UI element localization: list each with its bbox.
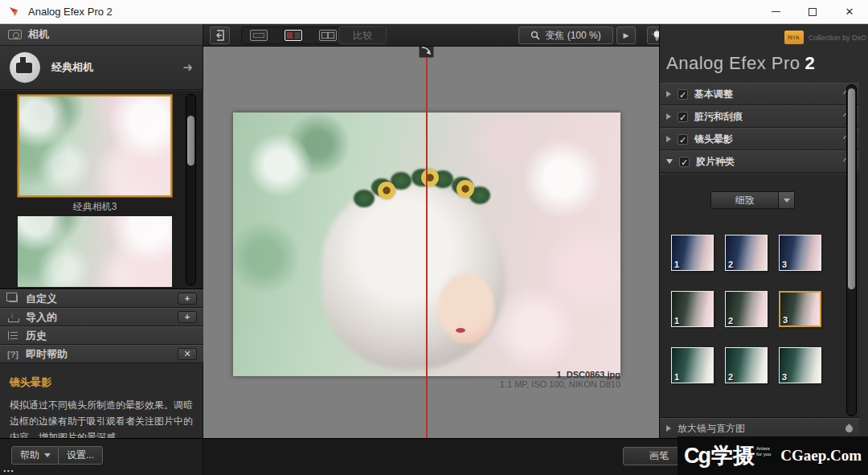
sidebar-item-instant-help[interactable]: [?] 即时帮助 ✕ [0, 345, 203, 363]
app-logo-icon [8, 6, 20, 18]
app-window: Analog Efex Pro 2 ✕ 相机 经典相机 ➜ 经典相机3 [0, 0, 868, 475]
chevron-right-icon[interactable] [666, 113, 671, 120]
split-handle[interactable] [419, 47, 434, 58]
sidebar-item-label: 导入的 [26, 310, 57, 325]
watermark-tagline: Artists for you [756, 446, 771, 457]
collapse-left-panel-button[interactable] [210, 27, 230, 44]
panel-film-type[interactable]: ✓ 胶片种类 ↶ [660, 150, 859, 173]
film-category-dropdown[interactable]: 细致 [710, 191, 795, 209]
image-filename: 1_DSC0863.jpg [379, 370, 620, 379]
bottom-bar-left: 帮助 设置... [0, 439, 203, 475]
close-help-button[interactable]: ✕ [178, 348, 197, 360]
sidebar-item-label: 自定义 [26, 292, 57, 306]
history-icon [6, 330, 19, 341]
preset-thumbnail-image [18, 216, 172, 287]
sidebar-item-label: 即时帮助 [26, 347, 68, 362]
sidebar-item-custom[interactable]: 自定义 + [0, 289, 203, 308]
panel-checkbox[interactable]: ✓ [678, 134, 688, 145]
close-button[interactable]: ✕ [831, 0, 868, 23]
camera-panel-label: 相机 [28, 27, 49, 42]
import-icon [6, 312, 19, 322]
chevron-right-icon[interactable] [666, 91, 671, 97]
image-caption: 1_DSC0863.jpg 1.1 MP, ISO 100, NIKON D81… [379, 370, 620, 389]
maximize-button[interactable] [794, 0, 831, 23]
split-view-button[interactable] [285, 30, 302, 41]
watermark-brand: 学摄 [711, 441, 755, 470]
watermark-monogram: Cg [684, 444, 710, 469]
film-swatch[interactable]: 3 [779, 235, 821, 271]
panel-lens-vignette[interactable]: ✓ 镜头晕影 ↶ [660, 128, 859, 150]
camera-panel-header[interactable]: 相机 [0, 24, 203, 46]
collapse-left-icon [215, 30, 226, 41]
right-panel-scrollbar-thumb[interactable] [848, 88, 855, 289]
film-swatch[interactable]: 2 [725, 235, 768, 271]
nik-logo-icon: Nik [784, 31, 804, 44]
classic-camera-category[interactable]: 经典相机 ➜ [0, 46, 203, 90]
panel-loupe-histogram[interactable]: 放大镜与直方图 [660, 418, 859, 438]
single-view-button[interactable] [250, 30, 268, 41]
nik-collection-label: Collection by DxO [809, 34, 866, 42]
image-metadata: 1.1 MP, ISO 100, NIKON D810 [379, 379, 620, 389]
help-button[interactable]: 帮助 [11, 446, 59, 465]
dropdown-chevron-icon[interactable] [778, 192, 794, 208]
film-swatch[interactable]: 2 [725, 347, 768, 383]
thumbnail-scrollbar[interactable] [186, 94, 196, 285]
panel-checkbox[interactable]: ✓ [679, 157, 690, 167]
sidebar-item-label: 历史 [26, 329, 47, 343]
zoom-step-button[interactable]: ▶ [616, 27, 636, 44]
film-category-value: 细致 [711, 194, 778, 207]
help-title: 镜头晕影 [10, 375, 194, 390]
film-swatch[interactable]: 2 [725, 291, 768, 327]
compare-button[interactable]: 比较 [338, 27, 387, 44]
right-panel-scrollbar[interactable] [846, 84, 857, 416]
panel-dirt-scratches[interactable]: ✓ 脏污和刮痕 ↶ [660, 105, 859, 128]
sidebar-item-history[interactable]: 历史 [0, 326, 203, 345]
preset-thumbnail[interactable] [18, 216, 172, 287]
film-swatch[interactable]: 1 [671, 347, 714, 383]
settings-button[interactable]: 设置... [58, 446, 103, 465]
chevron-down-icon[interactable] [666, 159, 673, 164]
photo-face [438, 273, 494, 344]
film-swatch[interactable]: 3 [779, 347, 821, 383]
classic-camera-label: 经典相机 [51, 60, 171, 75]
panel-title: Analog Efex Pro2 [666, 53, 815, 74]
side-by-side-view-button[interactable] [319, 30, 337, 41]
panel-checkbox[interactable]: ✓ [678, 112, 688, 122]
arrow-right-icon[interactable]: ➜ [182, 60, 193, 75]
film-swatch[interactable]: 1 [671, 291, 714, 327]
panel-basic-adjustments[interactable]: ✓ 基本调整 ↶ [660, 83, 859, 105]
add-import-button[interactable]: + [178, 311, 197, 323]
watermark: Cg 学摄 Artists for you CGaep.Com [678, 436, 868, 475]
panel-checkbox[interactable]: ✓ [678, 89, 688, 100]
zoom-control[interactable]: 变焦 (100 %) [518, 27, 613, 44]
split-handle-icon [421, 47, 432, 55]
zoom-label: 变焦 (100 %) [545, 29, 600, 43]
left-sidebar: 相机 经典相机 ➜ 经典相机3 [0, 24, 203, 438]
preset-thumbnail-selected[interactable]: 经典相机3 [18, 95, 172, 214]
magnifier-icon [530, 31, 540, 40]
film-swatch[interactable]: 1 [671, 235, 714, 271]
camera-icon [8, 30, 22, 39]
film-type-content: 细致 1 2 3 1 2 3 1 2 3 [660, 175, 859, 418]
sidebar-item-imported[interactable]: 导入的 + [0, 308, 203, 326]
watermark-site: CGaep.Com [780, 447, 862, 465]
window-title: Analog Efex Pro 2 [28, 6, 113, 18]
caret-down-icon [44, 453, 51, 457]
minimize-button[interactable] [757, 0, 794, 23]
pin-icon[interactable] [844, 424, 854, 434]
custom-icon [6, 293, 19, 304]
view-mode-group [241, 27, 346, 44]
nik-collection-badge: Nik Collection by DxO [784, 31, 866, 44]
canvas-toolbar: 比较 变焦 (100 %) ▶ [203, 24, 659, 47]
add-custom-button[interactable]: + [178, 293, 197, 305]
film-swatch-grid: 1 2 3 1 2 3 1 2 3 [671, 235, 848, 383]
image-canvas[interactable]: 1_DSC0863.jpg 1.1 MP, ISO 100, NIKON D81… [203, 47, 659, 438]
classic-camera-icon [10, 52, 40, 83]
photo-lips [456, 328, 465, 333]
film-swatch-selected[interactable]: 3 [779, 291, 821, 327]
panel-title-version: 2 [805, 53, 815, 73]
chevron-right-icon[interactable] [666, 136, 671, 142]
chevron-right-icon[interactable] [666, 425, 671, 432]
thumbnail-scrollbar-thumb[interactable] [187, 116, 194, 166]
title-bar: Analog Efex Pro 2 ✕ [0, 0, 868, 24]
